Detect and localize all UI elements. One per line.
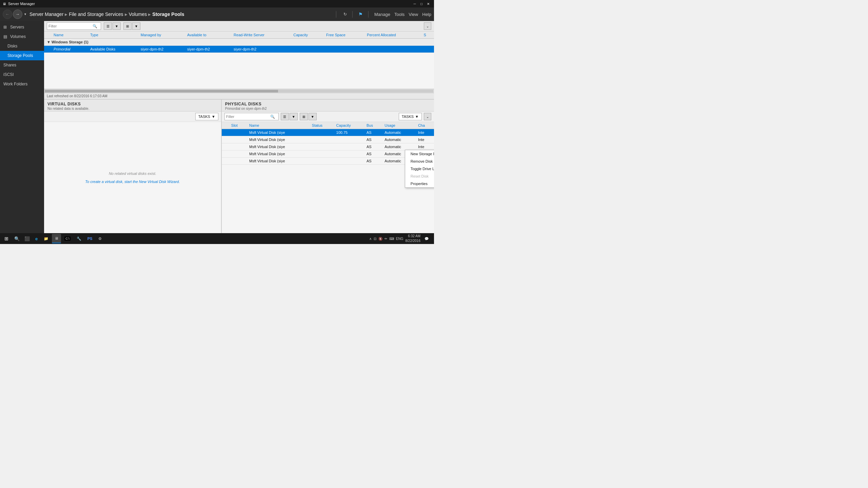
storage-pools-toolbar: 🔍 ☰ ▼ ⊞ ▼ ⌄ xyxy=(44,21,434,32)
table-row[interactable]: Msft Virtual Disk (siye AS Automatic Int… xyxy=(222,150,434,158)
nav-actions: │ ↻ │ ⚑ │ Manage Tools View Help xyxy=(335,11,431,17)
close-button[interactable]: ✕ xyxy=(425,1,431,6)
title-bar-text: Server Manager xyxy=(8,2,412,6)
col-capacity-header[interactable]: Capacity xyxy=(291,32,323,39)
sidebar-item-servers[interactable]: ⊞ Servers xyxy=(0,22,44,32)
taskbar-ie-app[interactable]: e xyxy=(33,234,40,243)
phys-col-warn[interactable] xyxy=(222,122,229,129)
col-percent-allocated-header[interactable]: Percent Allocated xyxy=(364,32,421,39)
notification-button[interactable]: 💬 xyxy=(422,234,431,243)
view-list-button[interactable]: ☰ xyxy=(104,22,112,30)
filter-box[interactable]: 🔍 xyxy=(47,22,101,30)
tools-link[interactable]: Tools xyxy=(394,12,405,17)
view-dropdown-button[interactable]: ▼ xyxy=(113,22,121,30)
tray-sound-icon[interactable]: 🔇 xyxy=(378,237,382,241)
forward-button[interactable]: → xyxy=(13,9,22,19)
maximize-button[interactable]: □ xyxy=(418,1,425,6)
sidebar-item-work-folders[interactable]: Work Folders xyxy=(0,79,44,89)
phys-col-usage[interactable]: Usage xyxy=(382,122,415,129)
view-link[interactable]: View xyxy=(409,12,418,17)
virtual-disks-tasks-button[interactable]: TASKS ▼ xyxy=(195,113,218,120)
tray-edit-icon[interactable]: ✏ xyxy=(384,237,387,241)
start-button[interactable]: ⊞ xyxy=(1,234,12,243)
taskbar-server-manager-app[interactable]: 🖥 xyxy=(52,234,61,243)
sidebar-item-disks[interactable]: Disks xyxy=(0,41,44,51)
sidebar-item-volumes[interactable]: ▤ Volumes xyxy=(0,32,44,41)
filter-input[interactable] xyxy=(48,24,93,28)
phys-col-chassis[interactable]: Cha xyxy=(415,122,434,129)
table-row[interactable]: Msft Virtual Disk (siye AS Automatic Int… xyxy=(222,143,434,150)
expand-button[interactable]: ⌄ xyxy=(424,22,431,30)
phys-slot-cell xyxy=(229,143,246,150)
help-link[interactable]: Help xyxy=(422,12,431,17)
tray-caret-icon[interactable]: ∧ xyxy=(369,237,372,241)
group-expand-icon[interactable]: ▼ xyxy=(47,40,51,44)
col-managed-by-header[interactable]: Managed by xyxy=(138,32,184,39)
context-menu-toggle-drive-light[interactable]: Toggle Drive Light xyxy=(405,165,434,172)
row-status-cell xyxy=(421,46,434,53)
taskbar-search-button[interactable]: 🔍 xyxy=(12,234,22,243)
phys-col-slot[interactable]: Slot xyxy=(229,122,246,129)
table-row[interactable]: Msft Virtual Disk (siye AS Automatic Int… xyxy=(222,158,434,165)
table-row[interactable]: Primordial Available Disks siyer-dpm-th2… xyxy=(44,46,434,53)
back-button[interactable]: ← xyxy=(3,9,12,19)
manage-link[interactable]: Manage xyxy=(374,12,390,17)
breadcrumb-file-storage[interactable]: File and Storage Services xyxy=(69,12,123,17)
taskbar-task-view-button[interactable]: ⬛ xyxy=(22,234,32,243)
storage-pools-table-scroll[interactable]: Name Type Managed by Available to Read-W… xyxy=(44,32,434,89)
taskbar-misc-app[interactable]: ⚙ xyxy=(96,234,104,243)
phys-col-capacity[interactable]: Capacity xyxy=(334,122,364,129)
sidebar-item-storage-pools[interactable]: Storage Pools xyxy=(0,51,44,60)
physical-disks-tasks-button[interactable]: TASKS ▼ xyxy=(399,113,422,120)
tray-network-icon[interactable]: ⊡ xyxy=(374,237,376,241)
context-menu-remove-disk[interactable]: Remove Disk xyxy=(405,158,434,165)
nav-dropdown-button[interactable]: ▼ xyxy=(24,9,27,19)
phys-capacity-cell xyxy=(334,158,364,165)
table-row[interactable]: Msft Virtual Disk (siye 100.75 AS Automa… xyxy=(222,129,434,136)
phys-col-name[interactable]: Name xyxy=(246,122,309,129)
phys-sort-dropdown[interactable]: ▼ xyxy=(309,113,317,120)
flag-icon: ⚑ xyxy=(358,12,363,17)
physical-disks-table-container[interactable]: Slot Name Status Capacity Bus Usage Cha xyxy=(222,122,434,233)
phys-filter-input[interactable] xyxy=(226,115,270,119)
phys-expand-button[interactable]: ⌄ xyxy=(424,113,431,120)
sort-dropdown-button[interactable]: ▼ xyxy=(132,22,140,30)
col-rw-server-header[interactable]: Read-Write Server xyxy=(231,32,291,39)
taskbar-tools-app[interactable]: 🔧 xyxy=(74,234,84,243)
horizontal-scrollbar[interactable] xyxy=(44,89,434,93)
phys-col-status[interactable]: Status xyxy=(309,122,334,129)
refresh-button[interactable]: ↻ xyxy=(343,12,347,17)
col-free-space-header[interactable]: Free Space xyxy=(323,32,364,39)
col-type-header[interactable]: Type xyxy=(87,32,138,39)
context-menu-new-storage-pool[interactable]: New Storage Pool... xyxy=(405,150,434,158)
breadcrumb-server-manager[interactable]: Server Manager xyxy=(29,12,63,17)
table-row[interactable]: Msft Virtual Disk (siye AS Automatic Int… xyxy=(222,136,434,143)
breadcrumb-volumes[interactable]: Volumes xyxy=(129,12,147,17)
col-warning-header[interactable] xyxy=(44,32,51,39)
tasks-dropdown-icon: ▼ xyxy=(212,115,215,119)
sidebar-item-shares[interactable]: Shares xyxy=(0,60,44,70)
col-available-to-header[interactable]: Available to xyxy=(184,32,231,39)
taskbar-cmd-app[interactable]: C:\ xyxy=(62,234,73,243)
context-menu-properties[interactable]: Properties xyxy=(405,180,434,187)
phys-view-button[interactable]: ☰ xyxy=(281,113,289,120)
tray-lang-label[interactable]: ENG xyxy=(396,237,403,241)
taskbar-ps-app[interactable]: PS xyxy=(85,234,95,243)
minimize-button[interactable]: ─ xyxy=(412,1,418,6)
tray-keyboard-icon[interactable]: ⌨ xyxy=(389,237,394,241)
col-status-header[interactable]: S xyxy=(421,32,434,39)
breadcrumb-storage-pools[interactable]: Storage Pools xyxy=(152,12,184,17)
phys-name-cell: Msft Virtual Disk (siye xyxy=(246,143,309,150)
taskbar-explorer-app[interactable]: 📁 xyxy=(41,234,51,243)
new-virtual-disk-link[interactable]: To create a virtual disk, start the New … xyxy=(85,180,180,184)
phys-filter-box[interactable]: 🔍 xyxy=(224,113,279,120)
main-layout: ⊞ Servers ▤ Volumes Disks Storage Pools … xyxy=(0,21,434,233)
sidebar-item-iscsi[interactable]: iSCSI xyxy=(0,70,44,79)
phys-col-bus[interactable]: Bus xyxy=(364,122,382,129)
taskbar-clock[interactable]: 6:32 AM 8/22/2016 xyxy=(406,234,421,243)
col-name-header[interactable]: Name xyxy=(51,32,87,39)
sort-button[interactable]: ⊞ xyxy=(123,22,132,30)
tasks-label: TASKS xyxy=(198,115,210,119)
phys-view-dropdown[interactable]: ▼ xyxy=(290,113,298,120)
phys-sort-button[interactable]: ⊞ xyxy=(300,113,308,120)
